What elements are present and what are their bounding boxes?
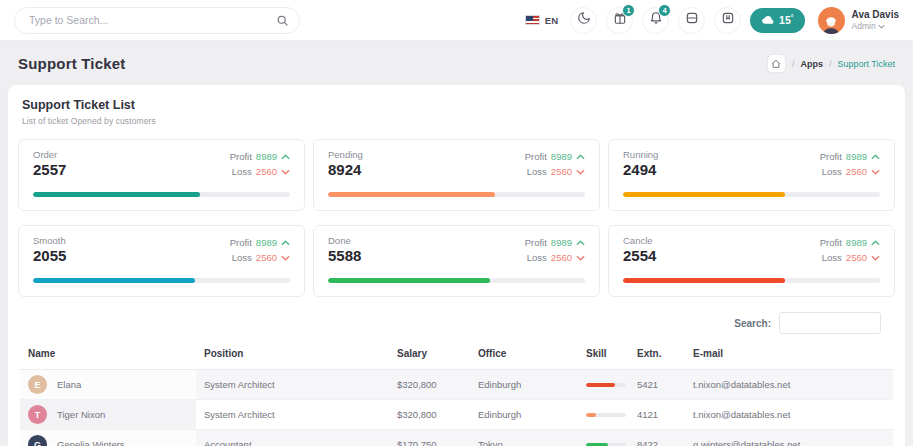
- stat-progress-fill: [623, 192, 785, 197]
- stat-value: 2557: [33, 161, 66, 178]
- loss-value: 2560: [551, 250, 572, 265]
- stat-progress-track: [33, 278, 290, 283]
- loss-label: Loss: [232, 164, 252, 179]
- profit-label: Profit: [230, 149, 252, 164]
- breadcrumb-apps[interactable]: Apps: [800, 59, 823, 69]
- stat-label: Pending: [328, 149, 363, 160]
- notifications-button[interactable]: 4: [642, 7, 669, 34]
- profit-label: Profit: [525, 235, 547, 250]
- column-header-name[interactable]: Name: [20, 338, 196, 370]
- weather-widget[interactable]: 15°: [750, 8, 805, 33]
- cell-email: t.nixon@datatables.net: [685, 370, 893, 400]
- chevron-up-icon: [576, 154, 585, 160]
- search-input[interactable]: [14, 7, 300, 34]
- loss-value: 2560: [256, 164, 277, 179]
- stat-card: Smooth 2055 Profit 8989 Loss 2560: [18, 225, 305, 297]
- cell-salary: $170,750: [389, 430, 470, 446]
- cell-office: Tokyo: [470, 430, 578, 446]
- stat-value: 2554: [623, 247, 656, 264]
- dark-mode-toggle[interactable]: [570, 7, 597, 34]
- cell-skill: [578, 400, 629, 430]
- row-avatar: G: [28, 435, 47, 446]
- page-title: Support Ticket: [18, 55, 126, 72]
- column-header-position[interactable]: Position: [196, 338, 389, 370]
- breadcrumb-current: Support Ticket: [837, 59, 895, 69]
- skill-progress-fill: [586, 383, 615, 387]
- loss-label: Loss: [822, 250, 842, 265]
- cell-position: System Architect: [196, 370, 389, 400]
- gift-badge: 1: [622, 4, 635, 17]
- stat-value: 5588: [328, 247, 361, 264]
- table-row[interactable]: E Elana System Architect $320,800 Edinbu…: [20, 370, 893, 400]
- search-icon[interactable]: [276, 13, 289, 31]
- loss-label: Loss: [527, 250, 547, 265]
- stat-label: Cancle: [623, 235, 656, 246]
- stat-card: Order 2557 Profit 8989 Loss 2560: [18, 139, 305, 211]
- stat-progress-fill: [33, 278, 195, 283]
- stat-value: 2055: [33, 247, 66, 264]
- user-role: Admin: [852, 21, 876, 31]
- chevron-down-icon: [871, 255, 880, 261]
- skill-progress-track: [586, 413, 626, 417]
- cell-office: Edinburgh: [470, 370, 578, 400]
- chevron-down-icon: [281, 255, 290, 261]
- layout-button[interactable]: [678, 7, 705, 34]
- loss-label: Loss: [822, 164, 842, 179]
- stat-progress-fill: [623, 278, 785, 283]
- table-header-row: NamePositionSalaryOfficeSkillExtn.E-mail: [20, 338, 893, 370]
- stat-progress-track: [328, 278, 585, 283]
- stat-progress-fill: [33, 192, 200, 197]
- column-header-salary[interactable]: Salary: [389, 338, 470, 370]
- row-avatar: T: [28, 405, 47, 424]
- profit-label: Profit: [230, 235, 252, 250]
- notifications-badge: 4: [658, 4, 671, 17]
- loss-value: 2560: [551, 164, 572, 179]
- chevron-down-icon: [576, 169, 585, 175]
- table-row[interactable]: T Tiger Nixon System Architect $320,800 …: [20, 400, 893, 430]
- user-avatar: [818, 7, 845, 34]
- profit-value: 8989: [846, 235, 867, 250]
- column-header-email[interactable]: E-mail: [685, 338, 893, 370]
- user-menu[interactable]: Ava Davis Admin: [818, 7, 899, 34]
- stat-label: Smooth: [33, 235, 66, 246]
- column-header-extn[interactable]: Extn.: [629, 338, 685, 370]
- language-label: EN: [545, 15, 558, 26]
- gift-button[interactable]: 1: [606, 7, 633, 34]
- table-row[interactable]: G Genelia Winters Accountant $170,750 To…: [20, 430, 893, 446]
- home-icon: [771, 59, 781, 69]
- breadcrumb: / Apps / Support Ticket: [767, 54, 895, 73]
- stat-label: Done: [328, 235, 361, 246]
- profit-value: 8989: [551, 235, 572, 250]
- cell-position: Accountant: [196, 430, 389, 446]
- column-header-office[interactable]: Office: [470, 338, 578, 370]
- stat-card: Pending 8924 Profit 8989 Loss 2560: [313, 139, 600, 211]
- chevron-up-icon: [576, 240, 585, 246]
- top-navbar: EN 1 4: [0, 0, 913, 41]
- profit-label: Profit: [525, 149, 547, 164]
- layout-icon: [685, 11, 699, 29]
- chevron-up-icon: [281, 154, 290, 160]
- cell-salary: $320,800: [389, 370, 470, 400]
- bookmark-button[interactable]: [714, 7, 741, 34]
- cell-name: Tiger Nixon: [57, 409, 105, 420]
- table-search-input[interactable]: [779, 312, 881, 334]
- table-search: Search:: [8, 312, 881, 334]
- profit-value: 8989: [846, 149, 867, 164]
- cell-email: t.nixon@datatables.net: [685, 400, 893, 430]
- loss-value: 2560: [846, 164, 867, 179]
- breadcrumb-home[interactable]: [767, 54, 786, 73]
- skill-progress-fill: [586, 413, 596, 417]
- stat-progress-track: [328, 192, 585, 197]
- cell-email: g.winters@datatables.net: [685, 430, 893, 446]
- chevron-up-icon: [871, 240, 880, 246]
- user-name: Ava Davis: [852, 9, 899, 21]
- panel-title: Support Ticket List: [22, 98, 891, 112]
- stat-progress-fill: [328, 192, 495, 197]
- language-selector[interactable]: EN: [525, 15, 558, 26]
- cell-extn: 8422: [629, 430, 685, 446]
- tickets-table: NamePositionSalaryOfficeSkillExtn.E-mail…: [20, 338, 893, 446]
- stat-card: Running 2494 Profit 8989 Loss 2560: [608, 139, 895, 211]
- column-header-skill[interactable]: Skill: [578, 338, 629, 370]
- cell-office: Edinburgh: [470, 400, 578, 430]
- support-ticket-panel: Support Ticket List List of ticket Opene…: [8, 85, 905, 446]
